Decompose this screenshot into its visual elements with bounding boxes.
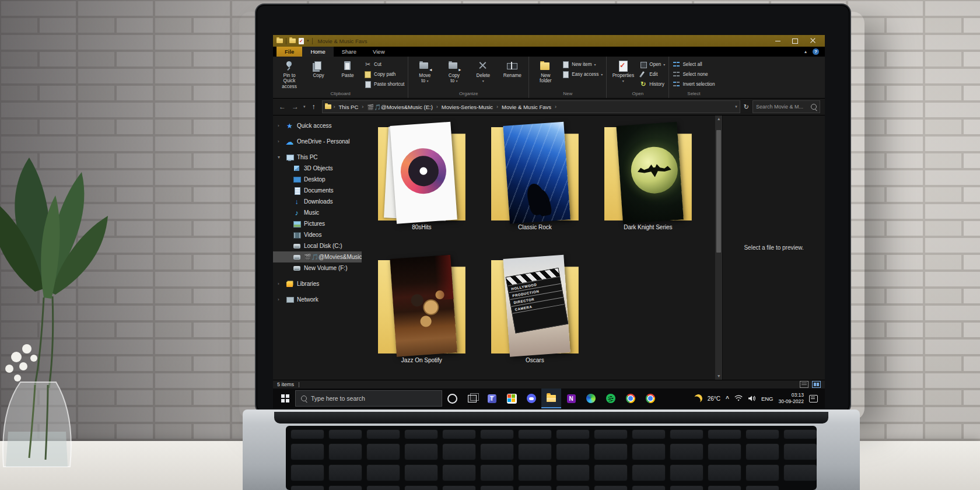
recent-locations-icon[interactable]: ▾ <box>303 104 306 109</box>
sidebar-item-new-volume-f[interactable]: New Volume (F:) <box>273 262 362 274</box>
wifi-icon[interactable] <box>734 395 743 402</box>
cut-button[interactable]: ✂ Cut <box>364 61 404 68</box>
sidebar-item-this-pc[interactable]: ▾ This PC <box>273 152 362 163</box>
folder-80shits[interactable]: 80sHits <box>378 124 466 235</box>
folder-dark-knight-series[interactable]: Dark Knight Series <box>604 124 692 235</box>
tab-share[interactable]: Share <box>334 47 365 57</box>
weather-temperature[interactable]: 26°C <box>708 396 720 402</box>
pin-to-quick-access-button[interactable]: Pin to Quick access <box>276 58 302 89</box>
browser-button[interactable] <box>640 388 660 408</box>
expander-icon[interactable]: › <box>278 123 282 128</box>
back-icon[interactable]: ← <box>278 103 287 111</box>
sidebar-item-music[interactable]: ♪ Music <box>273 207 362 218</box>
taskbar-clock[interactable]: 03:13 30-09-2022 <box>779 392 804 404</box>
forward-icon[interactable]: → <box>290 103 300 111</box>
help-icon[interactable]: ? <box>813 48 819 55</box>
new-item-button[interactable]: New item ▾ <box>562 61 603 68</box>
sidebar-item-movies-music-e[interactable]: 🎬🎵@Movies&Music (E:) <box>273 251 362 262</box>
start-button[interactable] <box>275 388 295 408</box>
history-button[interactable]: History <box>639 80 665 88</box>
copy-to-button[interactable]: ▸ Copy to ▾ <box>441 58 467 84</box>
rename-button[interactable]: Rename <box>499 58 525 78</box>
night-light-moon-icon[interactable] <box>693 393 703 403</box>
teams-button[interactable] <box>482 388 502 408</box>
folder-oscars[interactable]: HOLLYWOOD PRODUCTION DIRECTOR CAMERA Osc… <box>491 257 579 368</box>
up-icon[interactable]: ↑ <box>309 103 318 111</box>
folder-jazz-on-spotify[interactable]: Jazz On Spotify <box>378 257 466 368</box>
sidebar-item-desktop[interactable]: Desktop <box>273 174 362 185</box>
expander-icon[interactable]: › <box>278 139 282 144</box>
scrollbar-thumb[interactable] <box>716 130 721 253</box>
file-explorer-button[interactable] <box>541 388 561 408</box>
edit-button[interactable]: Edit <box>639 71 665 78</box>
properties-button[interactable]: Properties▾ <box>610 58 636 84</box>
expander-icon[interactable]: › <box>278 297 282 302</box>
spotify-button[interactable] <box>601 388 621 408</box>
tab-view[interactable]: View <box>365 47 393 57</box>
open-button[interactable]: Open ▾ <box>639 61 665 68</box>
minimize-button[interactable] <box>769 35 786 47</box>
task-view-button[interactable] <box>462 388 482 408</box>
sidebar-item-documents[interactable]: Documents <box>273 185 362 196</box>
volume-icon[interactable] <box>748 395 756 402</box>
taskbar-search-input[interactable]: Type here to search <box>295 390 442 407</box>
notification-center-icon[interactable] <box>809 395 818 402</box>
sidebar-item-network[interactable]: › Network <box>273 294 362 305</box>
keyboard-key <box>518 464 552 481</box>
breadcrumb-movies-series-music[interactable]: Movies-Series-Music <box>440 104 494 110</box>
maximize-button[interactable] <box>786 35 804 47</box>
folder-classic-rock[interactable]: Classic Rock <box>491 124 579 235</box>
address-bar[interactable]: › This PC › 🎬🎵@Movies&Music (E:) › Movie… <box>322 100 740 113</box>
show-hidden-icons-chevron[interactable]: ^ <box>726 396 729 402</box>
breadcrumb-this-pc[interactable]: This PC <box>338 104 360 110</box>
select-all-button[interactable]: Select all <box>673 61 715 68</box>
scroll-down-icon[interactable]: ▼ <box>717 373 721 379</box>
breadcrumb-drive[interactable]: 🎬🎵@Movies&Music (E:) <box>366 104 434 110</box>
discord-button[interactable] <box>522 388 541 408</box>
invert-selection-button[interactable]: Invert selection <box>673 80 715 88</box>
keyboard-key <box>290 485 324 490</box>
qat-folder-icon[interactable] <box>276 38 283 43</box>
scroll-up-icon[interactable]: ▲ <box>717 116 721 122</box>
explorer-search-input[interactable]: Search Movie & M... <box>752 100 820 113</box>
easy-access-button[interactable]: Easy access ▾ <box>562 71 603 78</box>
sidebar-item-libraries[interactable]: › Libraries <box>273 278 362 289</box>
paste-shortcut-button[interactable]: Paste shortcut <box>364 80 404 88</box>
chrome-button[interactable] <box>621 388 640 408</box>
cortana-button[interactable] <box>442 388 462 408</box>
vertical-scrollbar[interactable]: ▲ ▼ <box>715 116 722 380</box>
tab-file[interactable]: File <box>276 47 302 57</box>
qat-properties-icon[interactable] <box>299 38 304 44</box>
edge-button[interactable] <box>581 388 601 408</box>
address-dropdown-icon[interactable]: ▾ <box>735 104 737 109</box>
delete-button[interactable]: Delete▾ <box>470 58 496 84</box>
collapse-ribbon-icon[interactable]: ▴ <box>804 49 807 54</box>
sidebar-item-onedrive[interactable]: › ☁ OneDrive - Personal <box>273 136 362 147</box>
sidebar-item-pictures[interactable]: Pictures <box>273 218 362 229</box>
sidebar-item-local-disk-c[interactable]: Local Disk (C:) <box>273 240 362 251</box>
breadcrumb-movie-music-favs[interactable]: Movie & Music Favs <box>501 104 552 110</box>
copy-button[interactable]: Copy <box>306 58 331 78</box>
qat-folder-icon-2[interactable] <box>289 38 296 43</box>
sidebar-item-downloads[interactable]: ↓ Downloads <box>273 196 362 207</box>
sidebar-item-quick-access[interactable]: › ★ Quick access <box>273 120 362 131</box>
close-button[interactable] <box>804 35 821 47</box>
refresh-icon[interactable]: ↻ <box>744 103 749 111</box>
tab-home[interactable]: Home <box>302 47 333 57</box>
select-none-button[interactable]: Select none <box>673 71 715 78</box>
onenote-button[interactable]: N <box>561 388 581 408</box>
paste-button[interactable]: Paste <box>335 58 360 78</box>
qat-dropdown-icon[interactable]: ▾ <box>307 38 309 43</box>
copy-path-button[interactable]: Copy path <box>364 71 404 78</box>
language-indicator[interactable]: ENG <box>761 396 774 402</box>
large-icons-view-icon[interactable] <box>812 381 821 388</box>
sidebar-item-3d-objects[interactable]: 3D Objects <box>273 163 362 174</box>
details-view-icon[interactable] <box>800 381 808 388</box>
sidebar-item-videos[interactable]: Videos <box>273 229 362 240</box>
move-to-button[interactable]: ◂ Move to ▾ <box>412 58 438 84</box>
microsoft-store-button[interactable] <box>502 388 522 408</box>
expander-icon[interactable]: ▾ <box>278 155 282 160</box>
keyboard-key <box>783 443 817 460</box>
expander-icon[interactable]: › <box>278 281 282 286</box>
new-folder-button[interactable]: Newfolder <box>533 58 558 84</box>
